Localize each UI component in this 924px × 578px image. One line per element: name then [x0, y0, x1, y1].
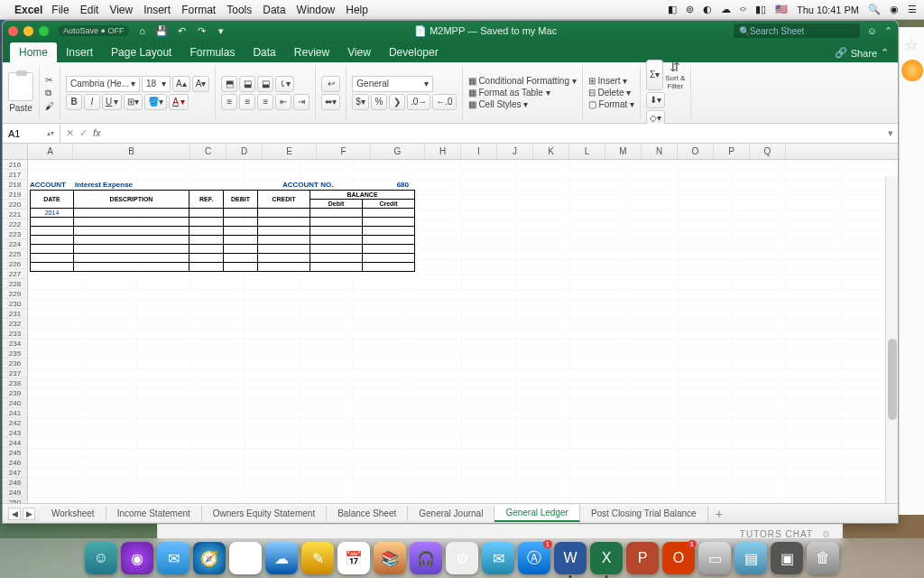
row-header[interactable]: 223 — [3, 229, 27, 239]
tab-nav-next[interactable]: ▶ — [23, 508, 35, 520]
dock-mail[interactable]: ✉ — [157, 542, 189, 574]
formula-input[interactable] — [110, 124, 883, 143]
align-center-icon[interactable]: ≡ — [239, 94, 255, 110]
row-header[interactable]: 216 — [3, 160, 27, 170]
row-header[interactable]: 245 — [3, 448, 27, 458]
fill-icon[interactable]: ⬇▾ — [646, 92, 665, 108]
row-header[interactable]: 229 — [3, 289, 27, 299]
avatar[interactable] — [901, 60, 923, 81]
save-icon[interactable]: 💾 — [152, 23, 171, 38]
align-left-icon[interactable]: ≡ — [221, 94, 237, 110]
qat-more-icon[interactable]: ▾ — [212, 23, 230, 38]
row-header[interactable]: 225 — [3, 249, 27, 259]
dock-appstore[interactable]: ☁ — [265, 542, 298, 574]
sheet-tab-balance-sheet[interactable]: Balance Sheet — [327, 506, 408, 521]
menu-insert[interactable]: Insert — [143, 4, 171, 16]
col-header-I[interactable]: I — [461, 144, 497, 159]
row-header[interactable]: 246 — [3, 458, 27, 468]
dock-siri[interactable]: ◉ — [121, 542, 153, 574]
row-header[interactable]: 218 — [3, 180, 27, 190]
autosum-icon[interactable]: Σ▾ — [646, 60, 663, 90]
row-header[interactable]: 240 — [3, 398, 27, 408]
autosave-toggle[interactable]: AutoSave ● OFF — [58, 25, 129, 36]
status-icon[interactable]: ☁ — [721, 4, 731, 15]
dock-chrome[interactable]: ◕ — [229, 542, 262, 574]
dock-appstore2[interactable]: Ⓐ1 — [518, 542, 550, 574]
col-header-L[interactable]: L — [569, 144, 605, 159]
cancel-formula-icon[interactable]: ✕ — [66, 127, 74, 139]
tab-nav-prev[interactable]: ◀ — [8, 508, 21, 520]
menu-data[interactable]: Data — [263, 4, 285, 16]
status-icon[interactable]: ◧ — [668, 4, 677, 15]
currency-icon[interactable]: $▾ — [352, 94, 369, 110]
row-header[interactable]: 221 — [3, 210, 27, 219]
increase-decimal-icon[interactable]: .0→ — [407, 94, 430, 110]
sheet-tab-worksheet[interactable]: Worksheet — [41, 506, 106, 521]
col-header-Q[interactable]: Q — [750, 144, 786, 159]
col-header-O[interactable]: O — [678, 144, 714, 159]
search-sheet-input[interactable]: 🔍 Search Sheet — [734, 23, 860, 38]
tab-home[interactable]: Home — [10, 42, 57, 62]
font-color-button[interactable]: A▾ — [169, 94, 189, 110]
insert-cells-button[interactable]: ⊞ Insert ▾ — [588, 76, 634, 86]
dock-app3[interactable]: ▣ — [771, 542, 803, 574]
status-icon[interactable]: ◐ — [703, 4, 712, 15]
row-header[interactable]: 250 — [3, 498, 27, 503]
paste-button[interactable]: Paste — [9, 103, 32, 113]
accept-formula-icon[interactable]: ✓ — [79, 127, 88, 139]
row-header[interactable]: 230 — [3, 299, 27, 309]
tab-review[interactable]: Review — [285, 42, 338, 62]
row-header[interactable]: 219 — [3, 190, 27, 200]
ledger-table[interactable]: DATE DESCRIPTION REF. DEBIT CREDIT BALAN… — [30, 190, 415, 272]
col-header-P[interactable]: P — [714, 144, 750, 159]
row-header[interactable]: 244 — [3, 438, 27, 448]
row-header[interactable]: 232 — [3, 319, 27, 329]
col-header-A[interactable]: A — [28, 144, 73, 159]
flag-icon[interactable]: 🇺🇸 — [775, 4, 788, 15]
cut-icon[interactable]: ✂ — [45, 75, 52, 85]
menu-edit[interactable]: Edit — [80, 4, 99, 16]
row-header[interactable]: 220 — [3, 200, 27, 210]
increase-font-icon[interactable]: A▴ — [172, 76, 190, 92]
spreadsheet-grid[interactable]: ABCDEFGHIJKLMNOPQ 2162172182192202212222… — [3, 144, 898, 503]
bold-button[interactable]: B — [66, 94, 82, 110]
close-icon[interactable] — [8, 26, 18, 36]
redo-icon[interactable]: ↷ — [192, 23, 210, 38]
vertical-scrollbar[interactable] — [885, 176, 898, 503]
align-middle-icon[interactable]: ⬓ — [239, 76, 255, 92]
row-header[interactable]: 239 — [3, 388, 27, 398]
gear-icon[interactable]: ⚙ — [822, 529, 831, 539]
row-header[interactable]: 249 — [3, 488, 27, 498]
tab-developer[interactable]: Developer — [380, 42, 448, 62]
dock-blank[interactable]: ▭ — [698, 542, 731, 574]
row-header[interactable]: 222 — [3, 219, 27, 229]
star-icon[interactable]: ☆ — [905, 36, 918, 53]
battery-icon[interactable]: ▮▯ — [755, 4, 766, 15]
tab-insert[interactable]: Insert — [57, 42, 102, 62]
dock-safari[interactable]: 🧭 — [193, 542, 226, 574]
tab-data[interactable]: Data — [244, 42, 284, 62]
sheet-tab-owners-equity-statement[interactable]: Owners Equity Statement — [202, 506, 327, 521]
col-header-D[interactable]: D — [226, 144, 263, 159]
increase-indent-icon[interactable]: ⇥ — [293, 94, 310, 110]
align-top-icon[interactable]: ⬒ — [221, 76, 237, 92]
dock-calendar[interactable]: 📅 — [337, 542, 370, 574]
underline-button[interactable]: U▾ — [102, 94, 122, 110]
decrease-decimal-icon[interactable]: ←.0 — [432, 94, 456, 110]
sheet-tab-general-journal[interactable]: General Journal — [408, 506, 494, 521]
sheet-tab-post-closing-trial-balance[interactable]: Post Closing Trial Balance — [580, 506, 708, 521]
menu-file[interactable]: File — [51, 4, 69, 16]
row-header[interactable]: 243 — [3, 428, 27, 438]
maximize-icon[interactable] — [39, 26, 49, 36]
col-header-G[interactable]: G — [371, 144, 425, 159]
home-icon[interactable]: ⌂ — [133, 23, 151, 38]
add-sheet-button[interactable]: + — [708, 507, 730, 521]
expand-formula-icon[interactable]: ▾ — [883, 127, 898, 139]
col-header-B[interactable]: B — [73, 144, 190, 159]
wrap-text-button[interactable]: ↩ — [321, 76, 340, 92]
row-header[interactable]: 247 — [3, 468, 27, 478]
dock-trash[interactable]: 🗑 — [807, 542, 839, 574]
format-painter-icon[interactable]: 🖌 — [45, 101, 54, 111]
clock[interactable]: Thu 10:41 PM — [797, 5, 859, 15]
share-button[interactable]: 🔗 Share ⌃ — [826, 43, 898, 62]
